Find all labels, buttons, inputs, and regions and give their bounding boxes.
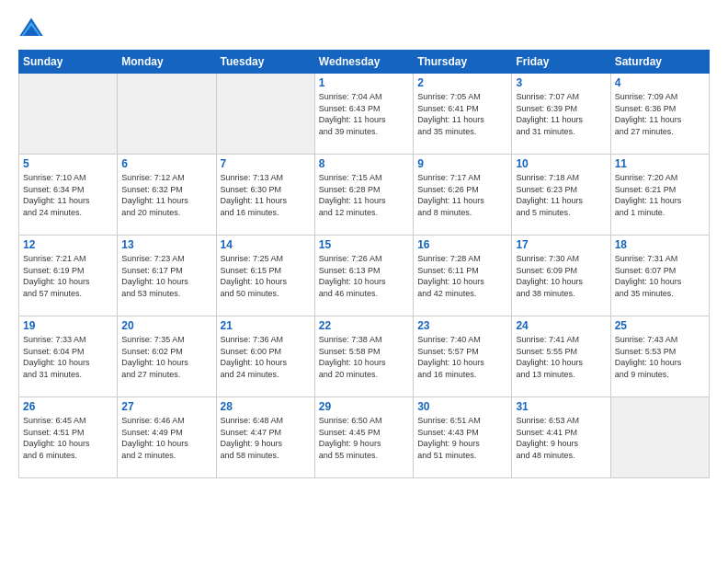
calendar-cell: 26Sunrise: 6:45 AM Sunset: 4:51 PM Dayli… <box>19 397 118 478</box>
day-info: Sunrise: 6:50 AM Sunset: 4:45 PM Dayligh… <box>319 415 409 461</box>
day-number: 30 <box>417 400 507 413</box>
day-number: 24 <box>516 319 606 332</box>
day-number: 23 <box>417 319 507 332</box>
day-number: 15 <box>319 238 409 251</box>
day-header-wednesday: Wednesday <box>314 51 413 74</box>
day-number: 14 <box>221 238 311 251</box>
calendar-cell: 8Sunrise: 7:15 AM Sunset: 6:28 PM Daylig… <box>314 155 413 236</box>
day-info: Sunrise: 7:04 AM Sunset: 6:43 PM Dayligh… <box>319 91 409 137</box>
day-header-monday: Monday <box>118 51 216 74</box>
day-number: 3 <box>516 76 606 89</box>
calendar-cell: 17Sunrise: 7:30 AM Sunset: 6:09 PM Dayli… <box>512 236 610 316</box>
logo-icon <box>18 17 44 42</box>
calendar-cell: 16Sunrise: 7:28 AM Sunset: 6:11 PM Dayli… <box>414 236 512 316</box>
day-number: 21 <box>221 319 311 332</box>
day-number: 16 <box>417 238 507 251</box>
calendar-cell: 12Sunrise: 7:21 AM Sunset: 6:19 PM Dayli… <box>19 236 118 316</box>
day-info: Sunrise: 6:51 AM Sunset: 4:43 PM Dayligh… <box>417 415 507 461</box>
calendar-cell <box>19 74 118 155</box>
calendar-cell <box>610 397 709 478</box>
calendar-week-3: 19Sunrise: 7:33 AM Sunset: 6:04 PM Dayli… <box>19 316 710 397</box>
calendar-cell: 28Sunrise: 6:48 AM Sunset: 4:47 PM Dayli… <box>216 397 314 478</box>
day-number: 17 <box>516 238 606 251</box>
calendar-cell: 25Sunrise: 7:43 AM Sunset: 5:53 PM Dayli… <box>610 316 709 397</box>
day-info: Sunrise: 7:40 AM Sunset: 5:57 PM Dayligh… <box>417 334 507 380</box>
day-number: 5 <box>23 157 113 170</box>
day-info: Sunrise: 7:21 AM Sunset: 6:19 PM Dayligh… <box>23 253 113 299</box>
day-number: 6 <box>121 157 211 170</box>
day-number: 29 <box>319 400 409 413</box>
day-number: 31 <box>516 400 606 413</box>
header <box>18 17 710 42</box>
day-number: 25 <box>615 319 705 332</box>
page: SundayMondayTuesdayWednesdayThursdayFrid… <box>0 0 728 488</box>
day-info: Sunrise: 7:20 AM Sunset: 6:21 PM Dayligh… <box>615 172 705 218</box>
calendar-cell: 29Sunrise: 6:50 AM Sunset: 4:45 PM Dayli… <box>314 397 413 478</box>
day-number: 7 <box>221 157 311 170</box>
day-header-tuesday: Tuesday <box>216 51 314 74</box>
calendar-cell: 6Sunrise: 7:12 AM Sunset: 6:32 PM Daylig… <box>118 155 216 236</box>
calendar-week-4: 26Sunrise: 6:45 AM Sunset: 4:51 PM Dayli… <box>19 397 710 478</box>
calendar-week-2: 12Sunrise: 7:21 AM Sunset: 6:19 PM Dayli… <box>19 236 710 316</box>
day-number: 19 <box>23 319 113 332</box>
day-info: Sunrise: 7:18 AM Sunset: 6:23 PM Dayligh… <box>516 172 606 218</box>
day-info: Sunrise: 6:48 AM Sunset: 4:47 PM Dayligh… <box>221 415 311 461</box>
calendar-cell: 11Sunrise: 7:20 AM Sunset: 6:21 PM Dayli… <box>610 155 709 236</box>
calendar-week-0: 1Sunrise: 7:04 AM Sunset: 6:43 PM Daylig… <box>19 74 710 155</box>
calendar-cell: 15Sunrise: 7:26 AM Sunset: 6:13 PM Dayli… <box>314 236 413 316</box>
calendar-cell <box>216 74 314 155</box>
calendar-cell: 13Sunrise: 7:23 AM Sunset: 6:17 PM Dayli… <box>118 236 216 316</box>
day-info: Sunrise: 7:33 AM Sunset: 6:04 PM Dayligh… <box>23 334 113 380</box>
day-header-thursday: Thursday <box>414 51 512 74</box>
day-info: Sunrise: 7:07 AM Sunset: 6:39 PM Dayligh… <box>516 91 606 137</box>
day-info: Sunrise: 7:10 AM Sunset: 6:34 PM Dayligh… <box>23 172 113 218</box>
day-number: 20 <box>121 319 211 332</box>
calendar-cell: 22Sunrise: 7:38 AM Sunset: 5:58 PM Dayli… <box>314 316 413 397</box>
calendar-cell: 18Sunrise: 7:31 AM Sunset: 6:07 PM Dayli… <box>610 236 709 316</box>
day-number: 12 <box>23 238 113 251</box>
day-info: Sunrise: 7:41 AM Sunset: 5:55 PM Dayligh… <box>516 334 606 380</box>
day-info: Sunrise: 7:38 AM Sunset: 5:58 PM Dayligh… <box>319 334 409 380</box>
calendar-cell: 27Sunrise: 6:46 AM Sunset: 4:49 PM Dayli… <box>118 397 216 478</box>
day-info: Sunrise: 7:23 AM Sunset: 6:17 PM Dayligh… <box>121 253 211 299</box>
day-number: 10 <box>516 157 606 170</box>
day-header-sunday: Sunday <box>19 51 118 74</box>
calendar: SundayMondayTuesdayWednesdayThursdayFrid… <box>18 50 710 478</box>
day-info: Sunrise: 7:09 AM Sunset: 6:36 PM Dayligh… <box>615 91 705 137</box>
calendar-cell: 20Sunrise: 7:35 AM Sunset: 6:02 PM Dayli… <box>118 316 216 397</box>
day-info: Sunrise: 7:12 AM Sunset: 6:32 PM Dayligh… <box>121 172 211 218</box>
day-info: Sunrise: 7:30 AM Sunset: 6:09 PM Dayligh… <box>516 253 606 299</box>
day-header-saturday: Saturday <box>610 51 709 74</box>
calendar-cell: 2Sunrise: 7:05 AM Sunset: 6:41 PM Daylig… <box>414 74 512 155</box>
day-info: Sunrise: 7:31 AM Sunset: 6:07 PM Dayligh… <box>615 253 705 299</box>
calendar-cell: 5Sunrise: 7:10 AM Sunset: 6:34 PM Daylig… <box>19 155 118 236</box>
day-number: 11 <box>615 157 705 170</box>
calendar-cell: 1Sunrise: 7:04 AM Sunset: 6:43 PM Daylig… <box>314 74 413 155</box>
day-number: 9 <box>417 157 507 170</box>
day-number: 28 <box>221 400 311 413</box>
calendar-cell: 9Sunrise: 7:17 AM Sunset: 6:26 PM Daylig… <box>414 155 512 236</box>
day-info: Sunrise: 7:25 AM Sunset: 6:15 PM Dayligh… <box>221 253 311 299</box>
calendar-week-1: 5Sunrise: 7:10 AM Sunset: 6:34 PM Daylig… <box>19 155 710 236</box>
calendar-cell: 3Sunrise: 7:07 AM Sunset: 6:39 PM Daylig… <box>512 74 610 155</box>
calendar-cell: 4Sunrise: 7:09 AM Sunset: 6:36 PM Daylig… <box>610 74 709 155</box>
logo <box>18 17 46 42</box>
day-number: 1 <box>319 76 409 89</box>
day-number: 27 <box>121 400 211 413</box>
day-info: Sunrise: 7:26 AM Sunset: 6:13 PM Dayligh… <box>319 253 409 299</box>
calendar-cell: 31Sunrise: 6:53 AM Sunset: 4:41 PM Dayli… <box>512 397 610 478</box>
day-number: 18 <box>615 238 705 251</box>
day-info: Sunrise: 7:17 AM Sunset: 6:26 PM Dayligh… <box>417 172 507 218</box>
day-number: 22 <box>319 319 409 332</box>
calendar-cell: 7Sunrise: 7:13 AM Sunset: 6:30 PM Daylig… <box>216 155 314 236</box>
day-number: 13 <box>121 238 211 251</box>
day-info: Sunrise: 7:28 AM Sunset: 6:11 PM Dayligh… <box>417 253 507 299</box>
day-info: Sunrise: 6:45 AM Sunset: 4:51 PM Dayligh… <box>23 415 113 461</box>
calendar-cell: 21Sunrise: 7:36 AM Sunset: 6:00 PM Dayli… <box>216 316 314 397</box>
day-info: Sunrise: 7:05 AM Sunset: 6:41 PM Dayligh… <box>417 91 507 137</box>
day-info: Sunrise: 6:46 AM Sunset: 4:49 PM Dayligh… <box>121 415 211 461</box>
calendar-cell: 14Sunrise: 7:25 AM Sunset: 6:15 PM Dayli… <box>216 236 314 316</box>
day-info: Sunrise: 7:13 AM Sunset: 6:30 PM Dayligh… <box>221 172 311 218</box>
day-info: Sunrise: 7:15 AM Sunset: 6:28 PM Dayligh… <box>319 172 409 218</box>
calendar-cell <box>118 74 216 155</box>
